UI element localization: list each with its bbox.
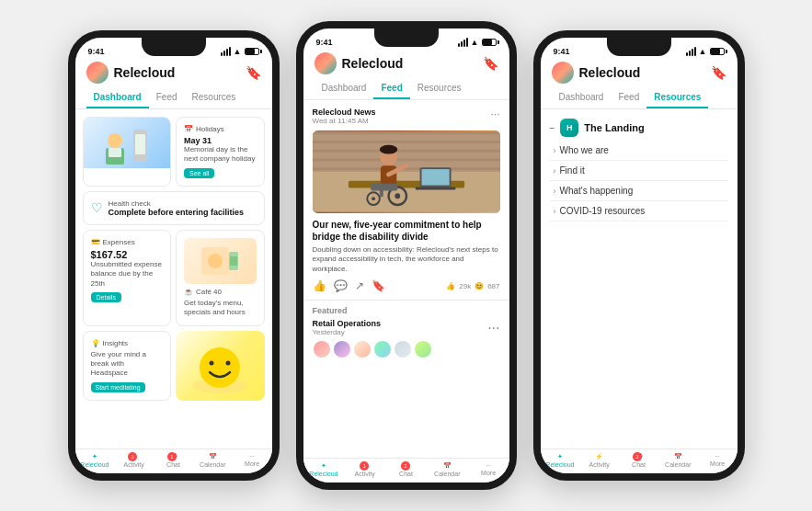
phones-container: 9:41 ▲ Relecloud 🔖 [50, 3, 763, 508]
feed-post-header: Relecloud News Wed at 11:45 AM ··· [313, 108, 500, 125]
nav-more-3[interactable]: ··· More [698, 453, 738, 468]
resource-item-who[interactable]: › Who we are [550, 141, 728, 161]
nav-activity-2[interactable]: ⚡ 1 Activity [344, 462, 385, 477]
phone-resources: 9:41 ▲ Relecloud 🔖 [533, 30, 745, 481]
tabs-2: Dashboard Feed Resources [303, 78, 509, 100]
avatar-3 [552, 62, 574, 84]
featured-avatar-6 [414, 340, 432, 358]
nav-chat-1[interactable]: 💬 1 Chat [154, 453, 193, 468]
app-header-1: Relecloud 🔖 [75, 58, 272, 87]
cafe-icon: ☕ [184, 288, 193, 296]
app-logo-3: Relecloud [552, 62, 641, 84]
expenses-label: 💳 Expenses [91, 238, 164, 246]
resource-text-who: Who we are [560, 145, 725, 155]
feed-source-info: Relecloud News Wed at 11:45 AM [313, 108, 376, 125]
featured-name: Retail Operations [313, 319, 382, 328]
see-all-button[interactable]: See all [184, 168, 214, 178]
holidays-label: 📅 Holidays [184, 125, 257, 133]
status-icons-2: ▲ [458, 38, 497, 47]
bottom-nav-3: ✦ Relecloud ⚡ Activity 💬 2 Chat 📅 Calend… [541, 449, 738, 473]
featured-avatar-1 [313, 340, 331, 358]
nav-more-1[interactable]: ··· More [233, 453, 272, 468]
like-count: 29k [459, 282, 471, 290]
nav-activity-1[interactable]: ⚡ 2 Activity [114, 453, 154, 468]
feed-options-icon[interactable]: ··· [490, 108, 499, 120]
tab-resources-3[interactable]: Resources [646, 87, 708, 108]
insights-icon: 💡 [91, 339, 100, 347]
expense-amount: $167.52 [91, 249, 164, 260]
save-icon[interactable]: 🔖 [372, 279, 385, 292]
nav-relecloud-2[interactable]: ✦ Relecloud [303, 462, 345, 477]
tab-dashboard-2[interactable]: Dashboard [315, 78, 374, 99]
battery-icon-3 [710, 48, 725, 55]
chat-badge-3: 2 [633, 452, 642, 461]
card-insights: 💡 Insights Give your mind a break with H… [83, 331, 172, 401]
featured-options[interactable]: ··· [487, 320, 499, 336]
like-icon[interactable]: 👍 [313, 279, 326, 292]
thumbs-up-mini: 👍 [446, 282, 455, 290]
app-title-3: Relecloud [579, 65, 641, 80]
bookmark-icon-3[interactable]: 🔖 [711, 65, 726, 80]
tab-feed-2[interactable]: Feed [373, 78, 409, 99]
meditate-button[interactable]: Start meditating [91, 382, 145, 392]
section-collapse-icon[interactable]: − [550, 123, 555, 133]
resource-text-covid: COVID-19 resources [560, 206, 725, 216]
svg-point-10 [200, 347, 240, 388]
battery-icon-2 [482, 39, 497, 46]
app-header-2: Relecloud 🔖 [303, 49, 509, 78]
health-text: Health check Complete before entering fa… [109, 199, 245, 217]
nav-calendar-2[interactable]: 📅 Calendar [427, 462, 468, 477]
nav-relecloud-3[interactable]: ✦ Relecloud [541, 453, 580, 468]
comment-icon[interactable]: 💬 [334, 279, 348, 292]
feed-post-main: Relecloud News Wed at 11:45 AM ··· [303, 100, 509, 301]
feed-stats: 👍 29k 😊 687 [446, 282, 499, 290]
card-holidays: 📅 Holidays May 31 Memorial day is the ne… [176, 117, 265, 187]
nav-calendar-3[interactable]: 📅 Calendar [658, 453, 698, 468]
svg-point-12 [226, 361, 231, 366]
nav-chat-2[interactable]: 💬 2 Chat [385, 462, 427, 477]
feed-time: Wed at 11:45 AM [313, 117, 376, 125]
svg-point-30 [372, 197, 375, 200]
signal-icon-1 [221, 47, 231, 56]
card-health: ♡ Health check Complete before entering … [83, 191, 265, 225]
resource-item-covid[interactable]: › COVID-19 resources [550, 201, 728, 221]
bookmark-icon-2[interactable]: 🔖 [483, 56, 498, 71]
app-title-1: Relecloud [114, 65, 176, 80]
resource-item-happening[interactable]: › What's happening [550, 181, 728, 201]
tab-resources-2[interactable]: Resources [410, 78, 469, 99]
card-cafe: ☕ Café 40 Get today's menu, specials and… [176, 230, 265, 326]
chat-badge-2: 2 [401, 461, 410, 471]
phone-screen-3: 9:41 ▲ Relecloud 🔖 [541, 38, 738, 473]
feed-title: Our new, five-year commitment to help br… [313, 219, 500, 243]
tab-resources-1[interactable]: Resources [185, 87, 244, 108]
phone-screen-1: 9:41 ▲ Relecloud 🔖 [75, 38, 272, 473]
tab-feed-3[interactable]: Feed [611, 87, 646, 108]
nav-relecloud-1[interactable]: ✦ Relecloud [75, 453, 115, 468]
status-icons-3: ▲ [686, 47, 725, 56]
signal-icon-2 [458, 38, 468, 47]
holiday-date: May 31 [184, 136, 257, 145]
cafe-desc: Get today's menu, specials and hours [184, 299, 257, 318]
featured-section: Featured Retail Operations Yesterday ··· [303, 301, 509, 364]
tab-dashboard-3[interactable]: Dashboard [552, 87, 612, 108]
nav-chat-3[interactable]: 💬 2 Chat [619, 453, 658, 468]
expenses-icon: 💳 [91, 238, 100, 246]
comment-count: 687 [487, 282, 499, 290]
feed-source: Relecloud News [313, 108, 376, 117]
details-button[interactable]: Details [91, 292, 121, 302]
nav-icon-rel-2: ✦ [321, 462, 326, 470]
phone-notch-2 [374, 28, 439, 47]
accessibility-svg [313, 131, 500, 213]
svg-rect-31 [371, 184, 397, 191]
app-logo-2: Relecloud [315, 52, 404, 74]
nav-calendar-1[interactable]: 📅 Calendar [193, 453, 233, 468]
featured-info: Retail Operations Yesterday [313, 319, 382, 336]
resource-item-find[interactable]: › Find it [550, 161, 728, 181]
nav-more-2[interactable]: ··· More [468, 462, 509, 477]
share-icon[interactable]: ↗ [355, 279, 364, 292]
tab-feed-1[interactable]: Feed [149, 87, 185, 108]
tab-dashboard-1[interactable]: Dashboard [86, 87, 149, 108]
bookmark-icon-1[interactable]: 🔖 [246, 65, 261, 80]
nav-activity-3[interactable]: ⚡ Activity [579, 453, 619, 468]
comment-emoji: 😊 [475, 282, 484, 290]
